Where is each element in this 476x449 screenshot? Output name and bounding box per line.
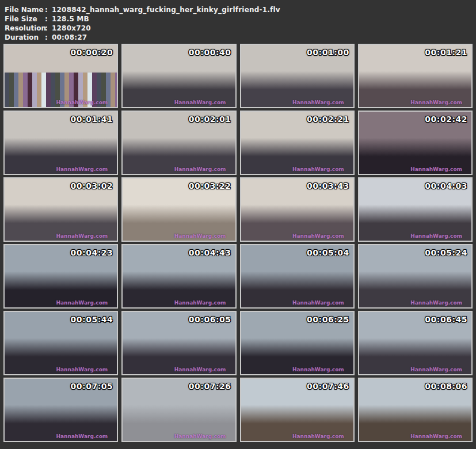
watermark-text: HannahWarg.com — [174, 300, 226, 306]
file-info-row: File Size : 128.5 MB — [5, 14, 476, 24]
video-thumbnail[interactable]: 00:01:41 HannahWarg.com — [3, 111, 118, 175]
timestamp-overlay: 00:02:01 — [189, 115, 231, 124]
watermark-text: HannahWarg.com — [56, 300, 108, 306]
watermark-text: HannahWarg.com — [410, 100, 462, 105]
video-thumbnail[interactable]: 00:02:01 HannahWarg.com — [121, 111, 236, 175]
file-info-label: File Size — [5, 14, 45, 24]
thumbnail-image: 00:00:20 HannahWarg.com — [5, 45, 117, 107]
watermark-text: HannahWarg.com — [174, 166, 226, 172]
file-info-separator: : — [45, 24, 52, 33]
file-info-separator: : — [45, 33, 52, 42]
video-thumbnail[interactable]: 00:05:04 HannahWarg.com — [240, 244, 355, 309]
video-thumbnail[interactable]: 00:00:20 HannahWarg.com — [3, 44, 118, 108]
contact-sheet: File Name : 1208842_hannah_warg_fucking_… — [0, 0, 476, 449]
timestamp-overlay: 00:04:23 — [71, 248, 113, 257]
video-thumbnail[interactable]: 00:05:44 HannahWarg.com — [3, 311, 118, 375]
watermark-text: HannahWarg.com — [174, 233, 226, 239]
file-info-row: Resolution : 1280x720 — [5, 24, 476, 33]
video-thumbnail[interactable]: 00:04:43 HannahWarg.com — [121, 244, 236, 309]
watermark-text: HannahWarg.com — [292, 367, 344, 372]
watermark-text: HannahWarg.com — [56, 233, 108, 239]
video-thumbnail[interactable]: 00:01:00 HannahWarg.com — [240, 44, 355, 108]
thumbnail-image: 00:07:46 HannahWarg.com — [241, 379, 353, 441]
timestamp-overlay: 00:05:24 — [425, 248, 467, 257]
file-info-header: File Name : 1208842_hannah_warg_fucking_… — [0, 0, 476, 42]
resolution-value: 1280x720 — [52, 24, 91, 33]
thumbnail-image: 00:04:03 HannahWarg.com — [359, 178, 471, 241]
thumbnail-image: 00:05:24 HannahWarg.com — [359, 245, 471, 307]
video-thumbnail[interactable]: 00:06:45 HannahWarg.com — [358, 311, 473, 375]
watermark-text: HannahWarg.com — [292, 100, 344, 105]
video-thumbnail[interactable]: 00:02:21 HannahWarg.com — [240, 111, 355, 175]
video-thumbnail[interactable]: 00:07:05 HannahWarg.com — [3, 378, 118, 442]
thumbnail-image: 00:06:05 HannahWarg.com — [123, 312, 235, 374]
thumbnail-image: 00:02:21 HannahWarg.com — [241, 112, 353, 174]
video-thumbnail[interactable]: 00:03:02 HannahWarg.com — [3, 177, 118, 242]
timestamp-overlay: 00:01:00 — [307, 48, 349, 57]
timestamp-overlay: 00:03:02 — [71, 181, 113, 191]
timestamp-overlay: 00:05:04 — [307, 248, 349, 257]
timestamp-overlay: 00:05:44 — [71, 315, 113, 324]
timestamp-overlay: 00:02:42 — [425, 115, 467, 124]
watermark-text: HannahWarg.com — [56, 433, 108, 439]
watermark-text: HannahWarg.com — [56, 367, 108, 372]
duration-value: 00:08:27 — [52, 33, 87, 42]
video-thumbnail[interactable]: 00:04:23 HannahWarg.com — [3, 244, 118, 309]
watermark-text: HannahWarg.com — [410, 300, 462, 306]
video-thumbnail[interactable]: 00:03:43 HannahWarg.com — [240, 177, 355, 242]
file-name-value: 1208842_hannah_warg_fucking_her_kinky_gi… — [52, 5, 280, 14]
video-thumbnail[interactable]: 00:06:25 HannahWarg.com — [240, 311, 355, 375]
timestamp-overlay: 00:01:41 — [71, 115, 113, 124]
thumbnail-image: 00:01:41 HannahWarg.com — [5, 112, 117, 174]
thumbnail-image: 00:01:21 HannahWarg.com — [359, 45, 471, 107]
thumbnail-image: 00:05:44 HannahWarg.com — [5, 312, 117, 374]
thumbnail-image: 00:03:43 HannahWarg.com — [241, 178, 353, 241]
video-thumbnail[interactable]: 00:07:26 HannahWarg.com — [121, 378, 236, 442]
thumbnail-image: 00:02:01 HannahWarg.com — [123, 112, 235, 174]
watermark-text: HannahWarg.com — [56, 100, 108, 105]
watermark-text: HannahWarg.com — [410, 367, 462, 372]
file-size-value: 128.5 MB — [52, 14, 89, 24]
timestamp-overlay: 00:06:45 — [425, 315, 467, 324]
timestamp-overlay: 00:03:22 — [189, 181, 231, 191]
thumbnail-image: 00:07:26 HannahWarg.com — [123, 379, 235, 441]
video-thumbnail[interactable]: 00:02:42 HannahWarg.com — [358, 111, 473, 175]
watermark-text: HannahWarg.com — [292, 300, 344, 306]
thumbnail-image: 00:07:05 HannahWarg.com — [5, 379, 117, 441]
thumbnail-image: 00:05:04 HannahWarg.com — [241, 245, 353, 307]
timestamp-overlay: 00:03:43 — [307, 181, 349, 191]
watermark-text: HannahWarg.com — [410, 166, 462, 172]
thumbnail-image: 00:04:23 HannahWarg.com — [5, 245, 117, 307]
thumbnail-image: 00:01:00 HannahWarg.com — [241, 45, 353, 107]
video-thumbnail[interactable]: 00:06:05 HannahWarg.com — [121, 311, 236, 375]
video-thumbnail[interactable]: 00:05:24 HannahWarg.com — [358, 244, 473, 309]
watermark-text: HannahWarg.com — [292, 233, 344, 239]
thumbnail-grid: 00:00:20 HannahWarg.com 00:00:40 HannahW… — [0, 42, 476, 442]
thumbnail-image: 00:04:43 HannahWarg.com — [123, 245, 235, 307]
timestamp-overlay: 00:04:03 — [425, 181, 467, 191]
thumbnail-image: 00:02:42 HannahWarg.com — [359, 112, 471, 174]
watermark-text: HannahWarg.com — [174, 433, 226, 439]
video-thumbnail[interactable]: 00:00:40 HannahWarg.com — [121, 44, 236, 108]
timestamp-overlay: 00:02:21 — [307, 115, 349, 124]
video-thumbnail[interactable]: 00:08:06 HannahWarg.com — [358, 378, 473, 442]
timestamp-overlay: 00:07:05 — [71, 382, 113, 391]
timestamp-overlay: 00:06:05 — [189, 315, 231, 324]
timestamp-overlay: 00:07:46 — [307, 382, 349, 391]
timestamp-overlay: 00:00:40 — [189, 48, 231, 57]
file-info-label: Duration — [5, 33, 45, 42]
thumbnail-image: 00:08:06 HannahWarg.com — [359, 379, 471, 441]
timestamp-overlay: 00:08:06 — [425, 382, 467, 391]
file-info-separator: : — [45, 14, 52, 24]
watermark-text: HannahWarg.com — [174, 367, 226, 372]
video-thumbnail[interactable]: 00:04:03 HannahWarg.com — [358, 177, 473, 242]
timestamp-overlay: 00:06:25 — [307, 315, 349, 324]
timestamp-overlay: 00:07:26 — [189, 382, 231, 391]
timestamp-overlay: 00:00:20 — [71, 48, 113, 57]
timestamp-overlay: 00:01:21 — [425, 48, 467, 57]
video-thumbnail[interactable]: 00:07:46 HannahWarg.com — [240, 378, 355, 442]
video-thumbnail[interactable]: 00:01:21 HannahWarg.com — [358, 44, 473, 108]
video-thumbnail[interactable]: 00:03:22 HannahWarg.com — [121, 177, 236, 242]
watermark-text: HannahWarg.com — [410, 433, 462, 439]
watermark-text: HannahWarg.com — [410, 233, 462, 239]
